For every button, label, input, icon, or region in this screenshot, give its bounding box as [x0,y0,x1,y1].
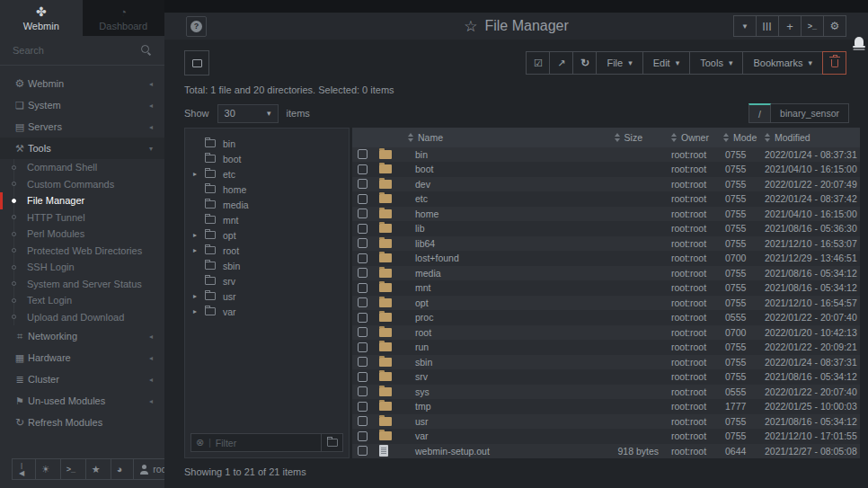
file-name[interactable]: sbin [403,357,587,368]
expand-arrow-icon[interactable] [193,170,205,178]
expand-arrow-icon[interactable] [193,246,205,254]
toolbar-icon-button[interactable] [572,51,597,75]
filter-input[interactable] [211,438,321,448]
table-row[interactable]: home root:root 0755 2021/04/10 - 16:15:0… [352,207,860,222]
toolbar-menu-button[interactable]: Bookmarks [742,51,823,75]
file-name[interactable]: lost+found [403,253,587,263]
sidebar-footer-button[interactable] [85,458,111,480]
row-checkbox[interactable] [358,149,368,159]
sidebar-footer-button[interactable] [60,458,86,480]
file-name[interactable]: var [403,430,587,441]
tree-item[interactable]: srv [185,273,349,288]
sidebar-menu-item[interactable]: Webmin [0,73,164,94]
tree-item[interactable]: usr [185,288,349,304]
sidebar-menu-item[interactable]: System and Server Status [0,276,164,293]
sidebar-footer-button[interactable] [12,458,36,480]
sidebar-menu-item[interactable]: Networking [0,325,164,347]
table-row[interactable]: root root:root 0700 2022/01/20 - 10:42:1… [352,325,860,341]
table-row[interactable]: tmp root:root 1777 2022/01/25 - 10:00:03 [352,399,860,414]
sidebar-menu-item[interactable]: Cluster [0,368,164,390]
row-checkbox[interactable] [358,446,368,456]
row-checkbox[interactable] [358,342,368,352]
file-name[interactable]: lib [403,223,587,234]
sidebar-menu-item[interactable]: Refresh Modules [0,412,164,433]
sidebar-menu-item[interactable]: Hardware [0,347,164,368]
help-button[interactable] [186,16,207,37]
row-checkbox[interactable] [358,238,368,248]
items-per-page-select[interactable]: 30 [217,104,279,123]
tree-item[interactable]: media [185,197,349,212]
sidebar-menu-item[interactable]: Tools [0,138,164,159]
sidebar-menu-item[interactable]: Servers [0,116,164,138]
toolbar-menu-button[interactable]: Tools [689,51,743,75]
table-row[interactable]: media root:root 0755 2021/08/16 - 05:34:… [352,266,860,281]
header-action-button[interactable] [801,15,824,37]
header-action-button[interactable] [733,15,757,37]
row-checkbox[interactable] [358,313,368,323]
row-checkbox[interactable] [358,224,368,234]
sidebar-menu-item[interactable]: Un-used Modules [0,390,164,412]
sidebar-menu-item[interactable]: Text Login [0,292,164,309]
tree-item[interactable]: boot [185,151,349,166]
tree-item[interactable]: home [185,182,349,197]
table-row[interactable]: proc root:root 0555 2022/01/22 - 20:07:4… [352,310,860,325]
filter-folder-button[interactable] [321,434,342,451]
breadcrumb-item-button[interactable]: binary_sensor [771,103,849,123]
file-name[interactable]: usr [403,416,587,427]
table-row[interactable]: etc root:root 0755 2022/01/24 - 08:37:42 [352,191,860,207]
table-row[interactable]: usr root:root 0755 2021/08/16 - 05:34:12 [352,414,860,430]
sidebar-menu-item[interactable]: Custom Commands [0,176,164,193]
file-name[interactable]: etc [403,193,587,204]
tree-item[interactable]: opt [185,227,349,243]
sidebar-menu-item[interactable]: Command Shell [0,159,164,176]
column-header-owner[interactable]: Owner [664,132,716,143]
column-header-size[interactable]: Size [587,132,664,143]
star-outline-icon[interactable] [464,17,477,36]
tree-item[interactable]: var [185,304,349,319]
header-action-button[interactable] [823,15,846,37]
file-name[interactable]: lib64 [403,238,587,249]
table-row[interactable]: webmin-setup.out 918 bytes root:root 064… [352,444,860,459]
table-row[interactable]: sys root:root 0555 2022/01/22 - 20:07:40 [352,385,860,400]
file-name[interactable]: bin [403,149,587,160]
table-row[interactable]: lib64 root:root 0755 2021/12/10 - 16:53:… [352,236,860,252]
file-name[interactable]: dev [403,179,587,190]
table-row[interactable]: boot root:root 0755 2021/04/10 - 16:15:0… [352,162,860,177]
file-name[interactable]: boot [403,164,587,174]
table-row[interactable]: run root:root 0755 2022/01/22 - 20:09:21 [352,340,860,355]
tree-item[interactable]: bin [185,136,349,151]
sidebar-footer-button[interactable] [111,458,134,480]
tree-item[interactable]: sbin [185,258,349,273]
row-checkbox[interactable] [358,268,368,278]
search-icon[interactable] [141,45,152,56]
file-name[interactable]: srv [403,371,587,382]
sidebar-menu-item[interactable]: File Manager [0,192,164,209]
sidebar-menu-item[interactable]: HTTP Tunnel [0,209,164,226]
row-checkbox[interactable] [358,283,368,293]
file-name[interactable]: home [403,209,587,219]
toolbar-menu-button[interactable]: Edit [642,51,691,75]
sidebar-menu-item[interactable]: SSH Login [0,259,164,276]
table-row[interactable]: lost+found root:root 0700 2021/12/29 - 1… [352,251,860,266]
row-checkbox[interactable] [358,431,368,441]
table-row[interactable]: bin root:root 0755 2022/01/24 - 08:37:31 [352,147,860,163]
breadcrumb-root-button[interactable]: / [748,103,771,123]
tree-item[interactable]: root [185,243,349,258]
header-action-button[interactable] [756,15,779,37]
file-name[interactable]: webmin-setup.out [403,446,587,457]
column-header-name[interactable]: Name [403,132,587,143]
sidebar-menu-item[interactable]: Protected Web Directories [0,243,164,260]
sidebar-tab[interactable]: Webmin [0,0,83,36]
toolbar-icon-button[interactable] [549,51,573,75]
sidebar-menu-item[interactable]: Perl Modules [0,226,164,243]
table-row[interactable]: dev root:root 0755 2022/01/22 - 20:07:49 [352,177,860,192]
file-name[interactable]: mnt [403,282,587,293]
sidebar-tab[interactable]: Dashboard [83,0,165,36]
header-action-button[interactable] [778,15,802,37]
column-header-mode[interactable]: Mode [716,132,757,143]
row-checkbox[interactable] [358,164,368,174]
row-checkbox[interactable] [358,253,368,263]
file-name[interactable]: tmp [403,401,587,412]
file-name[interactable]: opt [403,297,587,308]
toolbar-icon-button[interactable] [526,51,550,75]
